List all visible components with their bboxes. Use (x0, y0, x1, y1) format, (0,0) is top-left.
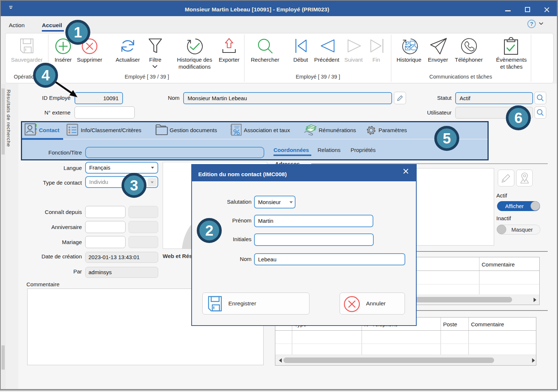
svg-text:?: ? (530, 21, 533, 27)
